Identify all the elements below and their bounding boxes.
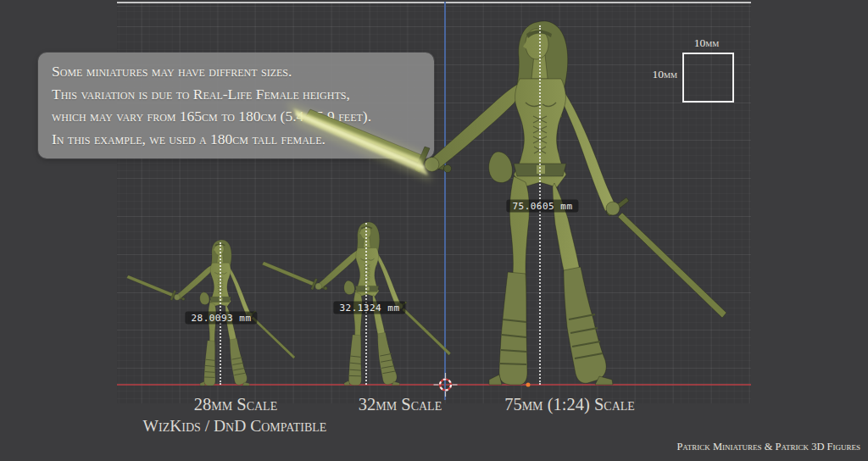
reference-square-top-label: 10mm	[682, 36, 731, 50]
page: Some miniatures may have diffrent sizes.…	[0, 0, 868, 461]
scale-sublabel-wizkids: WizKids / DnD Compatible	[99, 417, 370, 436]
scale-label-75mm: 75mm (1:24) Scale	[434, 395, 705, 414]
figures-layer	[0, 0, 868, 461]
measurement-label-32mm: 32.1324 mm	[333, 302, 405, 314]
object-origin-dot	[526, 383, 531, 387]
credit-text: Patrick Miniatures & Patrick 3D Figures	[676, 441, 860, 453]
3d-cursor-icon	[434, 373, 458, 397]
reference-square	[682, 53, 734, 103]
reference-square-side-label: 10mm	[623, 68, 677, 81]
measurement-label-28mm: 28.0093 mm	[185, 312, 257, 325]
measurement-label-75mm: 75.0605 mm	[506, 200, 578, 213]
sword-glow-beam	[287, 102, 432, 182]
